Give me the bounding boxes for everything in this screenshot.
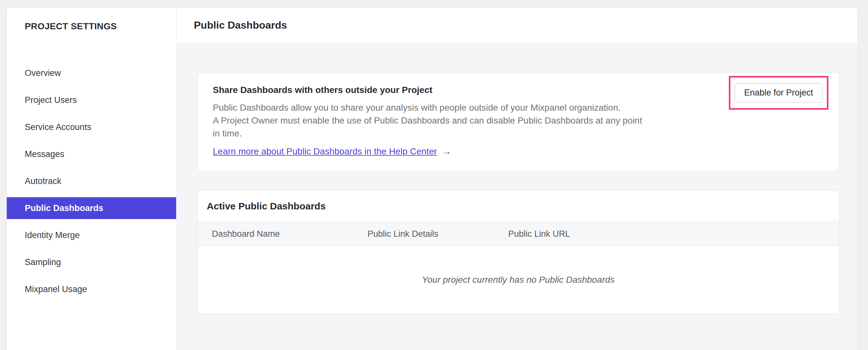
page-title: Public Dashboards xyxy=(194,19,287,31)
sidebar-title: PROJECT SETTINGS xyxy=(7,7,176,46)
description-line-3: in time. xyxy=(213,127,839,140)
active-card-title: Active Public Dashboards xyxy=(198,191,839,221)
sidebar-item-overview[interactable]: Overview xyxy=(7,59,176,87)
main-body: Share Dashboards with others outside you… xyxy=(177,44,858,350)
sidebar-item-public-dashboards[interactable]: Public Dashboards xyxy=(7,195,176,222)
sidebar-item-project-users[interactable]: Project Users xyxy=(7,87,176,114)
empty-state-message: Your project currently has no Public Das… xyxy=(198,246,839,313)
active-public-dashboards-card: Active Public Dashboards Dashboard Name … xyxy=(197,191,839,314)
main-header: Public Dashboards xyxy=(177,7,858,43)
sidebar-item-autotrack[interactable]: Autotrack xyxy=(7,168,176,195)
dashboards-table-header: Dashboard Name Public Link Details Publi… xyxy=(198,221,839,246)
enable-for-project-button[interactable]: Enable for Project xyxy=(735,83,823,103)
project-settings-sidebar: PROJECT SETTINGS Overview Project Users … xyxy=(7,7,177,350)
help-center-link[interactable]: Learn more about Public Dashboards in th… xyxy=(213,146,437,157)
sidebar-nav: Overview Project Users Service Accounts … xyxy=(7,59,176,303)
help-link-row: Learn more about Public Dashboards in th… xyxy=(213,146,839,157)
settings-panel: PROJECT SETTINGS Overview Project Users … xyxy=(6,7,858,350)
sidebar-item-sampling[interactable]: Sampling xyxy=(7,249,176,276)
sidebar-item-mixpanel-usage[interactable]: Mixpanel Usage xyxy=(7,276,176,303)
page: { "sidebar": { "title": "PROJECT SETTING… xyxy=(0,0,868,350)
sidebar-item-identity-merge[interactable]: Identity Merge xyxy=(7,222,176,249)
column-dashboard-name: Dashboard Name xyxy=(212,229,368,239)
arrow-right-icon: → xyxy=(442,146,451,157)
sidebar-item-messages[interactable]: Messages xyxy=(7,141,176,168)
column-public-link-details: Public Link Details xyxy=(368,229,508,239)
sidebar-item-service-accounts[interactable]: Service Accounts xyxy=(7,114,176,141)
highlight-box: Enable for Project xyxy=(729,76,829,110)
share-dashboards-card: Share Dashboards with others outside you… xyxy=(197,73,839,171)
column-public-link-url: Public Link URL xyxy=(508,229,839,239)
main-area: Public Dashboards Share Dashboards with … xyxy=(177,7,858,350)
description-line-2: A Project Owner must enable the use of P… xyxy=(213,114,839,127)
